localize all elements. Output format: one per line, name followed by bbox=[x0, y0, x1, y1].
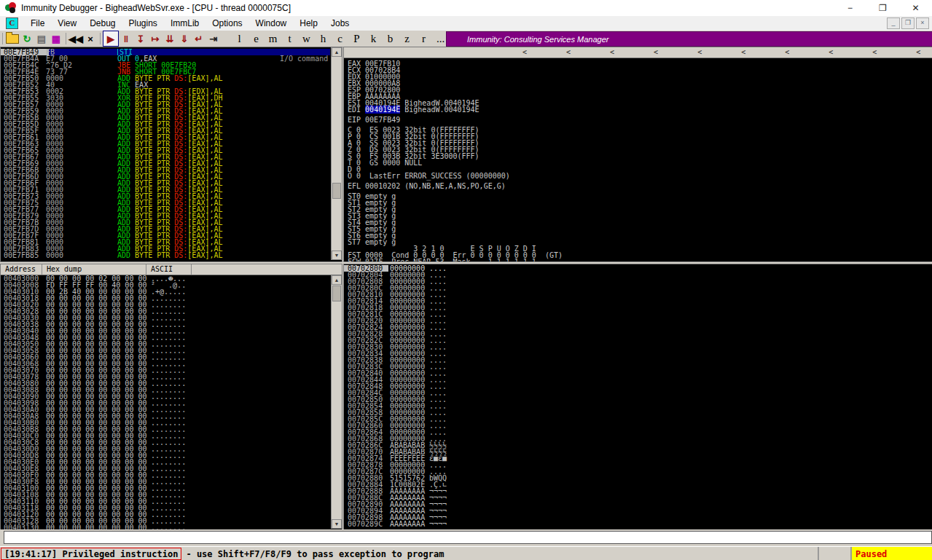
step-over-button[interactable]: ↦ bbox=[148, 31, 162, 46]
menu-item-jobs[interactable]: Jobs bbox=[324, 17, 356, 30]
menu-item-immlib[interactable]: ImmLib bbox=[164, 17, 205, 30]
restart-button[interactable]: ↻ bbox=[20, 31, 34, 46]
execute-till-user-button[interactable]: ⇥ bbox=[206, 31, 221, 46]
menu-item-view[interactable]: View bbox=[51, 17, 83, 30]
disasm-comment: I/O command bbox=[280, 55, 330, 62]
menu-item-window[interactable]: Window bbox=[249, 17, 294, 30]
status-message-segment: [19:41:17] Privileged instruction - use … bbox=[0, 547, 819, 560]
scroll-up-icon[interactable]: ▲ bbox=[332, 275, 342, 285]
pause-icon: ‖ bbox=[124, 33, 128, 44]
app-icon bbox=[5, 2, 17, 14]
patches-icon: ▦ bbox=[52, 33, 60, 44]
stack-pane[interactable]: 0070280000000000....0070280400000000....… bbox=[343, 264, 932, 531]
hex-dump-scrollbar[interactable]: ▲ ▼ bbox=[331, 275, 342, 529]
return-icon: ↵ bbox=[195, 33, 203, 44]
status-hint: - use Shift+F7/F8/F9 to pass exception t… bbox=[186, 549, 444, 559]
hex-dump-pane[interactable]: Address Hex dump ASCII 0040300000 00 00 … bbox=[0, 264, 342, 531]
patches-button[interactable]: ▦ bbox=[49, 31, 63, 46]
letter-button-c[interactable]: c bbox=[332, 31, 348, 46]
register-line[interactable]: EIP 00E7FB49 bbox=[348, 117, 563, 123]
letter-button-z[interactable]: z bbox=[399, 31, 415, 46]
window-title: Immunity Debugger - BigheadWebSvr.exe - … bbox=[21, 3, 291, 13]
letter-button-w[interactable]: w bbox=[298, 31, 315, 46]
status-middle-segment bbox=[819, 547, 852, 560]
address-column-header: Address bbox=[1, 264, 42, 275]
cpu-window-icon[interactable]: C bbox=[6, 17, 18, 29]
register-line[interactable]: O 0 LastErr ERROR_SUCCESS (00000000) bbox=[348, 173, 563, 179]
highlighted-register-value: 0040194E bbox=[365, 106, 400, 114]
menu-item-options[interactable]: Options bbox=[205, 17, 248, 30]
open-file-button[interactable] bbox=[5, 31, 20, 46]
registers-header: Registers (FPU) < < < < < < < < < < < < … bbox=[344, 47, 932, 58]
one-letter-commands: lemtwhcPkbzr...s bbox=[231, 31, 466, 46]
stack-value: AAAAAAAA bbox=[390, 521, 425, 527]
register-line[interactable]: FCW 027F Prec NEAR,53 Mask 1 1 1 1 1 1 bbox=[348, 259, 563, 262]
close-button[interactable]: ✕ bbox=[899, 0, 932, 16]
restore-button[interactable]: ❐ bbox=[866, 0, 899, 16]
ascii-column-header: ASCII bbox=[146, 264, 192, 275]
letter-button-t[interactable]: t bbox=[281, 31, 298, 46]
menu-item-debug[interactable]: Debug bbox=[83, 17, 122, 30]
status-message: Privileged instruction bbox=[62, 549, 178, 559]
letter-button-r[interactable]: r bbox=[415, 31, 432, 46]
collapse-chevrons[interactable]: < < < < < < < < < < < < < < bbox=[522, 47, 932, 57]
windows-button[interactable]: ▤ bbox=[34, 31, 49, 46]
step-into-icon: ↧ bbox=[137, 33, 145, 44]
disasm-row[interactable]: 00E7FB850000ADD BYTE PTR DS:[EAX],AL bbox=[1, 252, 330, 259]
stop-button[interactable]: × bbox=[83, 31, 98, 46]
exception-message-box: [19:41:17] Privileged instruction bbox=[1, 548, 181, 560]
pause-button[interactable]: ‖ bbox=[119, 31, 133, 46]
close-x-icon: × bbox=[87, 33, 93, 44]
scroll-down-icon[interactable]: ▼ bbox=[332, 251, 342, 260]
menu-item-plugins[interactable]: Plugins bbox=[122, 17, 164, 30]
restart-icon: ↻ bbox=[23, 33, 31, 44]
menu-items: FileViewDebugPluginsImmLibOptionsWindowH… bbox=[24, 17, 356, 30]
letter-button-b[interactable]: b bbox=[382, 31, 399, 46]
stack-address: 0070289C bbox=[348, 521, 383, 527]
registers-pane[interactable]: Registers (FPU) < < < < < < < < < < < < … bbox=[343, 47, 932, 262]
run-button[interactable]: ▶ bbox=[103, 31, 119, 47]
animate-into-icon: ⇊ bbox=[166, 33, 174, 44]
open-folder-icon bbox=[6, 34, 19, 44]
register-line[interactable]: EDI 0040194E BigheadW.0040194E bbox=[348, 106, 563, 113]
disasm-bytes: 0000 bbox=[46, 252, 63, 259]
minimize-button[interactable]: − bbox=[834, 0, 866, 16]
disassembly-scrollbar[interactable]: ▲ ▼ bbox=[331, 47, 342, 260]
register-line[interactable]: EFL 00010202 (NO,NB,NE,A,NS,PO,GE,G) bbox=[348, 183, 563, 189]
menu-item-help[interactable]: Help bbox=[293, 17, 324, 30]
letter-button-l[interactable]: l bbox=[231, 31, 248, 46]
menu-bar: C FileViewDebugPluginsImmLibOptionsWindo… bbox=[0, 16, 932, 31]
letter-button-h[interactable]: h bbox=[315, 31, 332, 46]
mdi-minimize-button[interactable]: _ bbox=[887, 17, 900, 29]
letter-button-m[interactable]: m bbox=[265, 31, 281, 46]
execute-till-return-button[interactable]: ↵ bbox=[192, 31, 206, 46]
rewind-icon: ◀◀ bbox=[68, 33, 83, 44]
letter-button-k[interactable]: k bbox=[365, 31, 382, 46]
register-line[interactable]: T 0 GS 0000 NULL bbox=[348, 159, 563, 166]
mdi-window-controls: _ ❐ × bbox=[887, 17, 929, 29]
scroll-down-icon[interactable]: ▼ bbox=[332, 519, 342, 529]
immunity-debugger-window: Immunity Debugger - BigheadWebSvr.exe - … bbox=[0, 0, 932, 560]
scrollbar-thumb[interactable] bbox=[332, 183, 341, 199]
status-bar: [19:41:17] Privileged instruction - use … bbox=[0, 546, 932, 560]
animate-into-button[interactable]: ⇊ bbox=[162, 31, 177, 46]
scroll-up-icon[interactable]: ▲ bbox=[332, 47, 342, 57]
step-into-button[interactable]: ↧ bbox=[133, 31, 148, 46]
command-bar bbox=[0, 529, 932, 546]
scrollbar-thumb[interactable] bbox=[332, 285, 341, 301]
command-input[interactable] bbox=[4, 531, 932, 544]
disasm-address: 00E7FB85 bbox=[4, 252, 39, 259]
disassembly-pane[interactable]: 00E7FB49FBSTI00E7FB4AE7 00OUT 0,EAXI/O c… bbox=[0, 47, 342, 262]
mdi-close-button[interactable]: × bbox=[916, 17, 929, 29]
animate-over-button[interactable]: ⇓ bbox=[177, 31, 192, 46]
stack-ascii: ¬¬¬¬ bbox=[429, 521, 447, 527]
immunity-banner: Immunity: Consulting Services Manager bbox=[446, 31, 932, 47]
menu-item-file[interactable]: File bbox=[24, 17, 51, 30]
mdi-restore-button[interactable]: ❐ bbox=[901, 17, 915, 29]
window-controls: − ❐ ✕ bbox=[834, 0, 932, 16]
letter-button-e[interactable]: e bbox=[248, 31, 265, 46]
letter-button-P[interactable]: P bbox=[348, 31, 365, 46]
step-back-button[interactable]: ◀◀ bbox=[68, 31, 83, 46]
run-state-badge: Paused bbox=[852, 547, 932, 560]
status-time: [19:41:17] bbox=[4, 549, 57, 559]
